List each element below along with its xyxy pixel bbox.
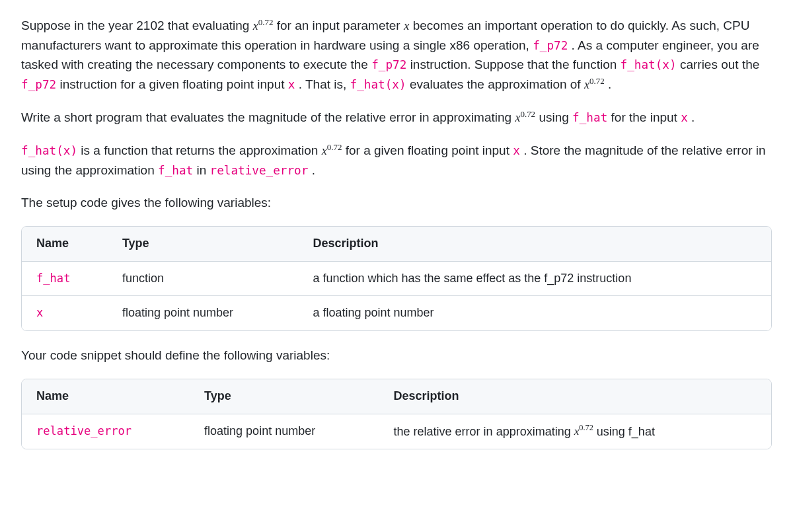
col-name: Name: [22, 379, 190, 414]
math-x-072: x0.72: [515, 111, 535, 124]
problem-paragraph-3: f_hat(x) is a function that returns the …: [21, 141, 772, 180]
table-row: x floating point number a floating point…: [22, 296, 771, 330]
table-header-row: Name Type Description: [22, 379, 771, 414]
math-x-072: x0.72: [322, 144, 342, 157]
code-fp72: f_p72: [21, 78, 56, 91]
text: instruction for a given floating point i…: [59, 77, 287, 91]
col-description: Description: [379, 379, 771, 414]
text: in: [196, 163, 209, 177]
output-variables-table: Name Type Description relative_error flo…: [21, 379, 772, 449]
table-header-row: Name Type Description: [22, 227, 771, 261]
var-desc: a floating point number: [298, 296, 771, 330]
code-fhatx: f_hat(x): [621, 58, 677, 71]
code-fhatx: f_hat(x): [350, 78, 406, 91]
code-relative-error: relative_error: [210, 164, 309, 177]
code-fp72: f_p72: [371, 58, 406, 71]
var-desc: the relative error in approximating x0.7…: [379, 414, 771, 449]
math-x-072: x0.72: [253, 19, 274, 32]
col-type: Type: [190, 379, 379, 414]
var-name: x: [36, 306, 43, 319]
code-x: x: [681, 111, 688, 124]
col-type: Type: [108, 227, 299, 261]
math-x-072: x0.72: [584, 78, 605, 91]
code-fhat: f_hat: [158, 164, 193, 177]
text: using: [539, 110, 572, 124]
setup-variables-table: Name Type Description f_hat function a f…: [21, 226, 772, 332]
text: instruction. Suppose that the function: [410, 57, 621, 71]
col-description: Description: [298, 227, 771, 261]
var-type: floating point number: [108, 296, 299, 330]
var-type: function: [108, 261, 299, 296]
text: for a given floating point input: [346, 143, 513, 157]
text: for the input: [611, 110, 681, 124]
text: carries out the: [680, 57, 759, 71]
col-name: Name: [22, 227, 108, 261]
text: .: [312, 163, 315, 177]
problem-paragraph-1: Suppose in the year 2102 that evaluating…: [21, 16, 772, 95]
text: for an input parameter: [277, 19, 404, 32]
code-fhat: f_hat: [572, 111, 607, 124]
setup-variables-heading: The setup code gives the following varia…: [21, 193, 772, 212]
code-fp72: f_p72: [533, 39, 568, 52]
code-x: x: [288, 78, 295, 91]
math-var-x: x: [404, 19, 409, 32]
var-type: floating point number: [190, 414, 379, 449]
math-x-072: x0.72: [574, 425, 593, 437]
var-name: relative_error: [36, 424, 132, 437]
table-row: relative_error floating point number the…: [22, 414, 771, 449]
text: evaluates the approximation of: [410, 77, 584, 91]
text: .: [608, 77, 611, 91]
code-x: x: [513, 144, 520, 157]
text: is a function that returns the approxima…: [81, 143, 321, 157]
var-name: f_hat: [36, 272, 70, 285]
text: Write a short program that evaluates the…: [21, 110, 515, 124]
table-row: f_hat function a function which has the …: [22, 261, 771, 296]
text: . That is,: [299, 77, 350, 91]
var-desc: a function which has the same effect as …: [298, 261, 771, 296]
problem-paragraph-2: Write a short program that evaluates the…: [21, 108, 772, 128]
text: .: [691, 110, 695, 124]
text: Suppose in the year 2102 that evaluating: [21, 19, 253, 32]
code-fhatx: f_hat(x): [21, 144, 77, 157]
output-variables-heading: Your code snippet should define the foll…: [21, 346, 772, 365]
